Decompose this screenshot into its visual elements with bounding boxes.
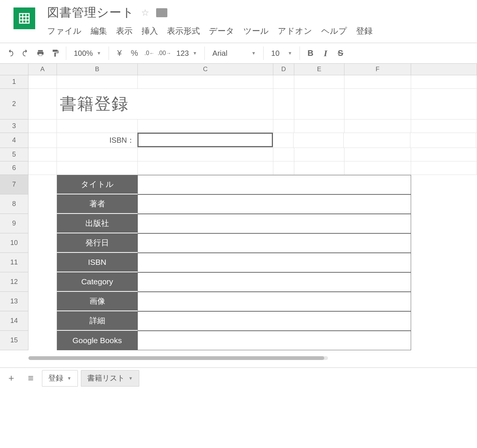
- horizontal-scrollbar[interactable]: [0, 355, 477, 361]
- col-header-F[interactable]: F: [344, 64, 411, 75]
- row-header-9[interactable]: 9: [0, 214, 28, 233]
- isbn-label-cell[interactable]: ISBN：: [57, 133, 138, 148]
- menu-view[interactable]: 表示: [116, 25, 133, 37]
- italic-button[interactable]: I: [318, 46, 333, 61]
- row-header-3[interactable]: 3: [0, 119, 28, 133]
- cell[interactable]: [273, 161, 294, 175]
- cell[interactable]: [344, 133, 410, 148]
- field-value-isbn[interactable]: [138, 253, 411, 272]
- field-label-isbn[interactable]: ISBN: [57, 253, 138, 272]
- paint-format-button[interactable]: [48, 46, 63, 61]
- sheets-logo[interactable]: [13, 7, 35, 29]
- number-format-select[interactable]: 123▼: [172, 49, 201, 58]
- cell[interactable]: [28, 331, 57, 350]
- menu-insert[interactable]: 挿入: [142, 25, 158, 37]
- cell[interactable]: [28, 214, 57, 233]
- field-label-googlebooks[interactable]: Google Books: [57, 331, 138, 350]
- cell[interactable]: [28, 194, 57, 214]
- isbn-input-cell[interactable]: [137, 133, 273, 147]
- cell[interactable]: [28, 272, 57, 292]
- doc-title[interactable]: 図書管理シート: [47, 4, 134, 21]
- cell[interactable]: [411, 89, 477, 119]
- field-label-author[interactable]: 著者: [57, 194, 138, 214]
- cell[interactable]: [411, 161, 477, 175]
- menu-data[interactable]: データ: [209, 25, 234, 37]
- cell[interactable]: [138, 161, 273, 175]
- row-header-6[interactable]: 6: [0, 161, 28, 175]
- cell[interactable]: [273, 75, 294, 88]
- field-value-publisher[interactable]: [138, 214, 411, 233]
- cell[interactable]: [294, 119, 344, 133]
- cell[interactable]: [294, 89, 344, 119]
- font-size-select[interactable]: 10▼: [267, 49, 297, 58]
- cell[interactable]: [28, 119, 57, 133]
- cell[interactable]: [138, 75, 273, 88]
- row-header-5[interactable]: 5: [0, 148, 28, 161]
- field-label-publisher[interactable]: 出版社: [57, 214, 138, 233]
- menu-tools[interactable]: ツール: [243, 25, 269, 37]
- row-header-7[interactable]: 7: [0, 175, 28, 194]
- cell[interactable]: [344, 148, 411, 161]
- row-header-14[interactable]: 14: [0, 311, 28, 331]
- cell[interactable]: [294, 133, 344, 148]
- print-button[interactable]: [33, 46, 48, 61]
- field-value-image[interactable]: [138, 292, 411, 311]
- row-header-1[interactable]: 1: [0, 75, 28, 89]
- cell[interactable]: [411, 75, 477, 88]
- cell[interactable]: [28, 89, 57, 119]
- select-all-corner[interactable]: [0, 64, 28, 75]
- row-header-4[interactable]: 4: [0, 133, 28, 148]
- cell[interactable]: [273, 119, 294, 133]
- col-header-B[interactable]: B: [57, 64, 138, 75]
- cell[interactable]: [57, 161, 138, 175]
- folder-icon[interactable]: [156, 8, 167, 17]
- col-header-D[interactable]: D: [273, 64, 294, 75]
- cell[interactable]: [294, 75, 344, 88]
- col-header-E[interactable]: E: [294, 64, 344, 75]
- cell[interactable]: [28, 292, 57, 311]
- field-label-image[interactable]: 画像: [57, 292, 138, 311]
- cell[interactable]: [411, 119, 477, 133]
- row-header-2[interactable]: 2: [0, 89, 28, 119]
- increase-decimal-button[interactable]: .00→: [157, 46, 172, 61]
- menu-format[interactable]: 表示形式: [167, 25, 200, 37]
- cell[interactable]: [344, 119, 411, 133]
- all-sheets-button[interactable]: ≡: [22, 370, 39, 387]
- cell[interactable]: [294, 148, 344, 161]
- col-header-extra[interactable]: [411, 64, 477, 75]
- decrease-decimal-button[interactable]: .0←: [142, 46, 157, 61]
- cell[interactable]: [28, 175, 57, 194]
- add-sheet-button[interactable]: +: [3, 370, 19, 387]
- field-value-title[interactable]: [138, 175, 411, 194]
- menu-file[interactable]: ファイル: [47, 25, 82, 37]
- row-header-8[interactable]: 8: [0, 194, 28, 214]
- cell[interactable]: [344, 89, 411, 119]
- cell[interactable]: [28, 253, 57, 272]
- zoom-select[interactable]: 100%▼: [69, 49, 106, 58]
- field-value-googlebooks[interactable]: [138, 331, 411, 350]
- field-value-author[interactable]: [138, 194, 411, 214]
- cell[interactable]: [28, 311, 57, 331]
- percent-button[interactable]: %: [127, 46, 142, 61]
- row-header-11[interactable]: 11: [0, 253, 28, 272]
- cell[interactable]: [57, 75, 138, 88]
- cell[interactable]: [57, 148, 138, 161]
- strikethrough-button[interactable]: S: [333, 46, 348, 61]
- menu-register[interactable]: 登録: [356, 25, 373, 37]
- field-label-title[interactable]: タイトル: [57, 175, 138, 194]
- cell[interactable]: [28, 133, 57, 148]
- menu-edit[interactable]: 編集: [91, 25, 107, 37]
- bold-button[interactable]: B: [303, 46, 318, 61]
- row-header-13[interactable]: 13: [0, 292, 28, 311]
- redo-button[interactable]: [18, 46, 33, 61]
- undo-button[interactable]: [3, 46, 18, 61]
- field-value-category[interactable]: [138, 272, 411, 292]
- star-icon[interactable]: ☆: [141, 7, 149, 18]
- currency-button[interactable]: ¥: [112, 46, 127, 61]
- cell[interactable]: [28, 75, 57, 88]
- cell[interactable]: [273, 133, 294, 148]
- field-label-pubdate[interactable]: 発行日: [57, 233, 138, 253]
- col-header-C[interactable]: C: [138, 64, 273, 75]
- cell[interactable]: [411, 148, 477, 161]
- row-header-12[interactable]: 12: [0, 272, 28, 292]
